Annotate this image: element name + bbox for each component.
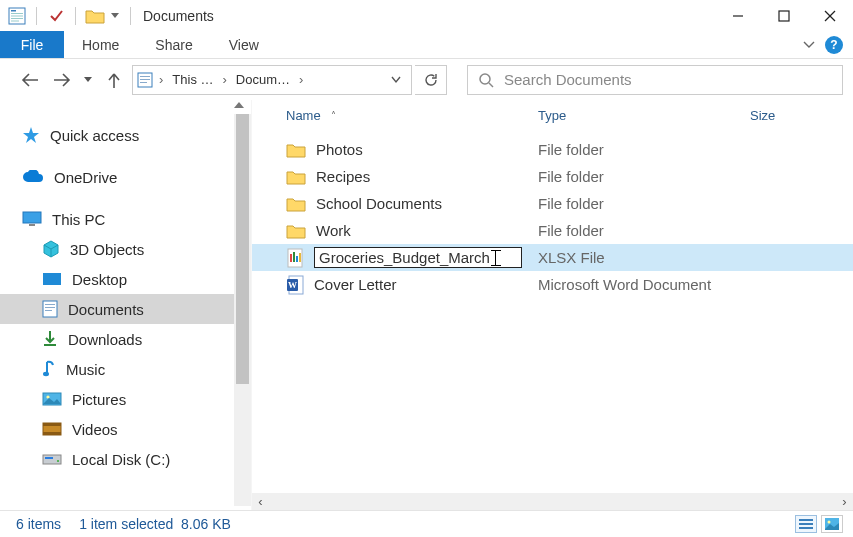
file-type: Microsoft Word Document [538,276,750,293]
nav-documents[interactable]: Documents [0,294,251,324]
downloads-icon [42,330,58,348]
scroll-right-icon[interactable]: › [836,493,853,510]
status-selection: 1 item selected [79,516,173,532]
file-name: Work [316,222,351,239]
address-bar[interactable]: › This … › Docum… › [132,65,412,95]
recent-locations-button[interactable] [80,66,96,94]
forward-button[interactable] [48,66,76,94]
videos-icon [42,422,62,436]
svg-rect-18 [43,273,61,285]
pictures-icon [42,392,62,406]
home-tab[interactable]: Home [64,31,137,58]
qat-dropdown-icon[interactable] [108,13,122,19]
nav-label: Quick access [50,127,139,144]
file-row[interactable]: Groceries_Budget_MarchXLSX File [252,244,853,271]
refresh-button[interactable] [415,65,447,95]
folder-icon [286,169,306,185]
nav-onedrive[interactable]: OneDrive [0,162,251,192]
sort-indicator-icon: ˄ [331,110,336,121]
nav-3d-objects[interactable]: 3D Objects [0,234,251,264]
view-details-button[interactable] [795,515,817,533]
svg-rect-20 [45,304,55,305]
svg-rect-36 [296,256,298,262]
svg-rect-2 [11,13,23,14]
search-box[interactable]: Search Documents [467,65,843,95]
nav-label: Downloads [68,331,142,348]
window-title: Documents [143,8,214,24]
file-type: File folder [538,222,750,239]
svg-rect-16 [23,212,41,223]
file-tab[interactable]: File [0,31,64,58]
back-button[interactable] [16,66,44,94]
address-dropdown-icon[interactable] [385,72,407,87]
minimize-button[interactable] [715,0,761,31]
file-row[interactable]: WCover LetterMicrosoft Word Document [252,271,853,298]
scroll-left-icon[interactable]: ‹ [252,493,269,510]
nav-label: Videos [72,421,118,438]
content-hscrollbar[interactable]: ‹ › [252,493,853,510]
svg-rect-3 [11,15,23,16]
nav-label: Local Disk (C:) [72,451,170,468]
nav-videos[interactable]: Videos [0,414,251,444]
qat-folder-icon[interactable] [84,5,106,27]
svg-rect-7 [779,11,789,21]
close-button[interactable] [807,0,853,31]
svg-rect-35 [293,252,295,262]
help-button[interactable]: ? [825,36,843,54]
nav-label: 3D Objects [70,241,144,258]
folder-icon [286,142,306,158]
column-header-size[interactable]: Size [750,108,853,123]
svg-rect-12 [140,79,150,80]
view-tab[interactable]: View [211,31,277,58]
nav-desktop[interactable]: Desktop [0,264,251,294]
folder-icon [286,196,306,212]
nav-this-pc[interactable]: This PC [0,204,251,234]
chevron-right-icon[interactable]: › [155,72,167,87]
maximize-button[interactable] [761,0,807,31]
nav-quick-access[interactable]: Quick access [0,120,251,150]
rename-input[interactable]: Groceries_Budget_March [314,247,522,268]
nav-label: Documents [68,301,144,318]
nav-music[interactable]: Music [0,354,251,384]
view-thumbnails-button[interactable] [821,515,843,533]
file-type: File folder [538,141,750,158]
svg-rect-19 [43,301,57,317]
text-cursor-icon [490,250,502,266]
ribbon-expand-icon[interactable] [803,41,815,49]
column-header-type[interactable]: Type [538,108,750,123]
nav-pictures[interactable]: Pictures [0,384,251,414]
svg-rect-34 [290,254,292,262]
svg-rect-43 [799,527,813,529]
file-row[interactable]: WorkFile folder [252,217,853,244]
column-header-name[interactable]: Name ˄ [252,108,538,123]
nav-label: Music [66,361,105,378]
nav-local-disk[interactable]: Local Disk (C:) [0,444,251,474]
qat-properties-icon[interactable] [45,5,67,27]
file-type: File folder [538,195,750,212]
breadcrumb-root[interactable]: This … [169,72,216,87]
music-icon [42,360,56,378]
chevron-right-icon[interactable]: › [295,72,307,87]
svg-point-45 [828,521,831,524]
nav-scroll-thumb[interactable] [236,114,249,384]
file-row[interactable]: RecipesFile folder [252,163,853,190]
svg-point-14 [480,74,490,84]
nav-label: Pictures [72,391,126,408]
share-tab[interactable]: Share [137,31,210,58]
nav-scroll-up-icon[interactable] [0,100,251,114]
nav-scrollbar[interactable] [234,114,251,506]
chevron-right-icon[interactable]: › [219,72,231,87]
svg-rect-1 [11,10,16,12]
3d-icon [42,240,60,258]
nav-downloads[interactable]: Downloads [0,324,251,354]
file-row[interactable]: School DocumentsFile folder [252,190,853,217]
file-name: Recipes [316,168,370,185]
file-row[interactable]: PhotosFile folder [252,136,853,163]
up-button[interactable] [100,66,128,94]
svg-rect-42 [799,523,813,525]
file-list[interactable]: PhotosFile folderRecipesFile folderSchoo… [252,130,853,493]
search-icon [478,72,494,88]
file-type: XLSX File [538,249,750,266]
breadcrumb-current[interactable]: Docum… [233,72,293,87]
content-area: Name ˄ Type Size PhotosFile folderRecipe… [252,100,853,510]
